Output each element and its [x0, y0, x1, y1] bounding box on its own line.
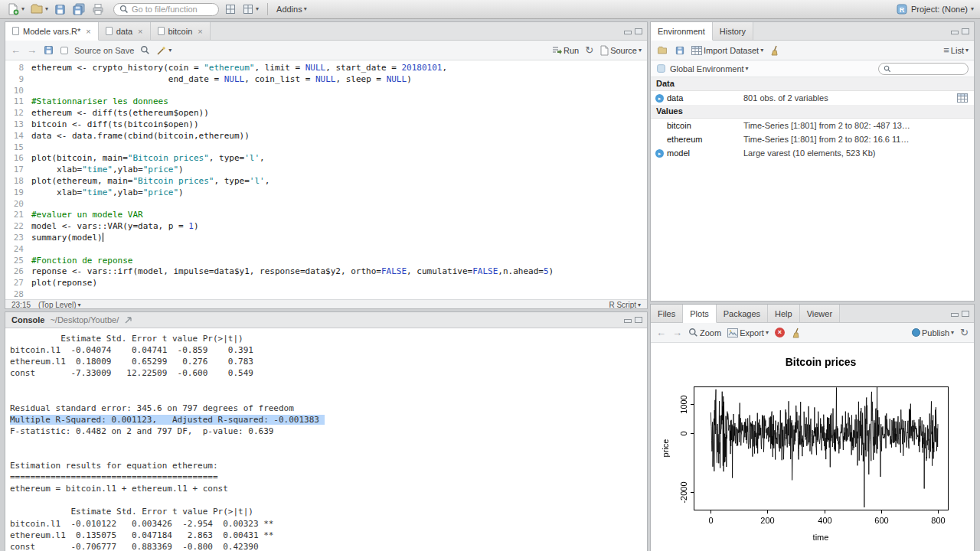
env-section-data: Data	[651, 77, 974, 91]
caret-down-icon: ▾	[256, 6, 259, 12]
import-dataset-button[interactable]: Import Dataset ▾	[691, 46, 763, 55]
remove-plot-icon[interactable]: ×	[775, 328, 785, 337]
goto-file-search[interactable]	[113, 3, 219, 16]
save-icon[interactable]	[43, 44, 54, 56]
source-on-save-checkbox[interactable]	[60, 47, 68, 54]
minimize-pane-button[interactable]	[624, 319, 632, 323]
code-text[interactable]: ethereum <- diff(ts(ethereum$open))	[31, 108, 209, 119]
minimize-pane-button[interactable]	[624, 31, 632, 34]
code-text[interactable]: plot(reponse)	[31, 278, 97, 289]
code-text[interactable]: plot(bitcoin, main="Bitcoin prices", typ…	[31, 153, 265, 165]
tab-label: bitcoin	[168, 27, 193, 36]
code-text[interactable]: bitcoin <- diff(ts(bitcoin$open))	[31, 119, 199, 131]
env-row-bitcoin[interactable]: bitcoinTime-Series [1:801] from 2 to 802…	[651, 119, 974, 132]
find-icon[interactable]	[140, 45, 150, 55]
publish-button[interactable]: Publish ▾	[912, 328, 954, 337]
scope-selector[interactable]: (Top Level) ▾	[38, 301, 80, 309]
code-text[interactable]: xlab="time",ylab="price")	[31, 165, 184, 176]
back-icon[interactable]: ←	[11, 45, 21, 55]
env-var-name: bitcoin	[667, 121, 743, 130]
tab-packages[interactable]: Packages	[717, 305, 768, 322]
environment-search-input[interactable]	[894, 64, 963, 73]
tab-files[interactable]: Files	[651, 305, 683, 322]
source-tab-data[interactable]: data×	[99, 22, 151, 40]
open-file-button[interactable]: ▾	[30, 2, 48, 16]
env-row-ethereum[interactable]: ethereumTime-Series [1:801] from 2 to 80…	[651, 132, 974, 146]
code-text[interactable]: model <- vars::VAR(y=data, p = 1)	[31, 221, 199, 233]
code-editor[interactable]: 8ethereum <- crypto_history(coin = "ethe…	[5, 60, 647, 299]
clear-plots-broom-icon[interactable]	[791, 328, 802, 338]
addins-menu[interactable]: Addins ▾	[276, 5, 307, 14]
tab-plots[interactable]: Plots	[683, 305, 716, 323]
close-tab-icon[interactable]: ×	[86, 27, 90, 36]
maximize-pane-button[interactable]	[635, 28, 642, 34]
env-row-data[interactable]: ▸data801 obs. of 2 variables	[651, 91, 974, 105]
maximize-pane-button[interactable]	[635, 317, 642, 323]
line-number: 23	[5, 233, 31, 244]
print-button[interactable]	[91, 2, 105, 16]
tab-environment[interactable]: Environment	[651, 22, 713, 41]
console-line: bitcoin.l1 -0.010122 0.003426 -2.954 0.0…	[10, 518, 647, 530]
save-workspace-icon[interactable]	[675, 45, 685, 56]
environment-search[interactable]	[878, 63, 969, 75]
env-var-name: model	[667, 148, 743, 158]
env-row-model[interactable]: ▸modelLarge varest (10 elements, 523 Kb)	[651, 146, 974, 160]
environment-scope-selector[interactable]: Global Environment ▾	[670, 64, 749, 73]
code-text[interactable]: reponse <- vars::irf(model, impulse=data…	[31, 266, 554, 278]
export-button[interactable]: Export ▾	[727, 328, 769, 337]
new-file-button[interactable]: ▾	[6, 2, 24, 16]
code-text[interactable]: #Stationnariser les donnees	[31, 96, 168, 108]
console-output[interactable]: Estimate Std. Error t value Pr(>|t|)bitc…	[5, 328, 647, 551]
forward-icon[interactable]: →	[27, 45, 37, 55]
code-text[interactable]: #evaluer un modele VAR	[31, 210, 143, 221]
rerun-icon[interactable]: ↻	[585, 45, 593, 55]
close-tab-icon[interactable]: ×	[138, 27, 142, 36]
list-view-button[interactable]: ≡ List ▾	[943, 45, 969, 55]
view-data-icon[interactable]	[957, 93, 968, 103]
save-button[interactable]	[54, 3, 67, 16]
source-tab-modele-vars-r-[interactable]: Modele vars.R*×	[5, 22, 99, 41]
caret-down-icon: ▾	[971, 6, 974, 12]
workspace-panes-button[interactable]	[224, 3, 237, 15]
pane-layout-button[interactable]: ▾	[242, 3, 259, 15]
code-text[interactable]: xlab="time",ylab="price")	[31, 187, 184, 199]
goto-file-input[interactable]	[132, 5, 212, 14]
refresh-plot-icon[interactable]: ↻	[960, 328, 969, 337]
maximize-pane-button[interactable]	[962, 28, 969, 34]
save-all-button[interactable]	[72, 2, 86, 16]
previous-plot-icon[interactable]: ←	[656, 328, 666, 337]
popout-console-icon[interactable]	[124, 316, 132, 324]
next-plot-icon[interactable]: →	[672, 328, 682, 337]
code-text[interactable]: end_date = NULL, coin_list = NULL, sleep…	[31, 74, 412, 86]
clear-broom-icon[interactable]	[769, 45, 780, 56]
plots-pane: FilesPlotsPackagesHelpViewer ← → Zoom Ex…	[650, 304, 975, 551]
code-tools-button[interactable]: ▾	[156, 45, 172, 56]
code-text[interactable]: plot(ethereum, main="Bitcoin prices", ty…	[31, 176, 270, 187]
code-text[interactable]: #Fonction de reponse	[31, 256, 132, 267]
tab-help[interactable]: Help	[768, 305, 800, 322]
console-header: Console ~/Desktop/Youtbe/	[5, 312, 647, 328]
file-type-selector[interactable]: R Script ▾	[609, 301, 641, 309]
global-env-icon	[656, 64, 666, 73]
expand-object-icon[interactable]: ▸	[655, 149, 664, 158]
code-text[interactable]: data <- data.frame(cbind(bitcoin,ethereu…	[31, 131, 250, 142]
code-text[interactable]: summary(model)	[31, 233, 103, 244]
run-button[interactable]: Run	[551, 45, 579, 55]
plots-toolbar: ← → Zoom Export ▾ × Publish ▾ ↻	[651, 323, 974, 343]
load-workspace-icon[interactable]	[656, 45, 668, 56]
minimize-pane-button[interactable]	[951, 31, 959, 34]
source-tab-bitcoin[interactable]: bitcoin×	[151, 22, 211, 40]
maximize-pane-button[interactable]	[962, 311, 969, 317]
line-number: 18	[5, 176, 31, 187]
code-text[interactable]: ethereum <- crypto_history(coin = "ether…	[31, 63, 447, 74]
caret-down-icon: ▾	[78, 302, 81, 308]
tab-history[interactable]: History	[713, 22, 753, 40]
project-menu[interactable]: R Project: (None) ▾	[896, 3, 974, 15]
tab-viewer[interactable]: Viewer	[800, 305, 840, 322]
zoom-button[interactable]: Zoom	[688, 328, 721, 337]
expand-object-icon[interactable]: ▸	[655, 94, 664, 103]
minimize-pane-button[interactable]	[951, 313, 959, 317]
close-tab-icon[interactable]: ×	[198, 27, 202, 36]
source-button[interactable]: Source ▾	[599, 45, 642, 56]
console-title[interactable]: Console	[11, 315, 44, 324]
